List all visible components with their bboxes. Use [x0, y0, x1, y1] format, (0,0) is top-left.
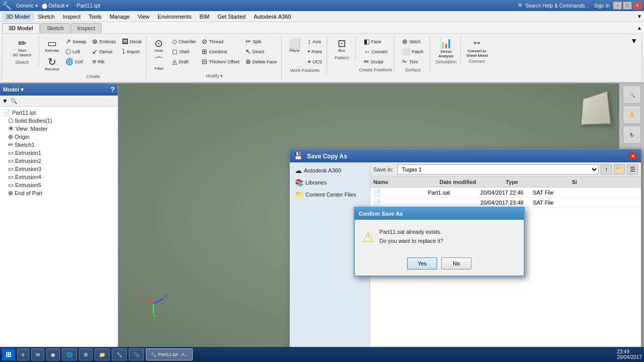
taskbar-tools[interactable]: 🔧: [112, 348, 127, 360]
tab-sketch[interactable]: Sketch: [40, 23, 70, 33]
menu-sketch[interactable]: Sketch: [34, 13, 59, 21]
confirm-no-btn[interactable]: No: [441, 257, 471, 269]
file-row-0[interactable]: 📄 Part1.sat 20/04/2017 22:46 SAT File: [370, 188, 641, 198]
save-in-select[interactable]: Tugas 1: [397, 164, 599, 174]
btn-ucs[interactable]: ⌖UCS: [305, 57, 325, 67]
pan-icon[interactable]: ✋: [623, 106, 641, 124]
btn-chamfer[interactable]: ◇Chamfer: [170, 37, 199, 46]
btn-sweep[interactable]: ↗Sweep: [63, 37, 89, 46]
tree-item-extrusion3[interactable]: ▭ Extrusion3: [2, 165, 116, 173]
btn-hole[interactable]: ⊙ Hole: [149, 37, 169, 54]
filter-icon[interactable]: ▼: [2, 98, 8, 105]
btn-stitch[interactable]: ⊕Stitch: [399, 37, 426, 46]
menu-bim[interactable]: BIM: [196, 13, 214, 21]
tree-item-view-master[interactable]: 👁 View: Master: [2, 125, 116, 133]
btn-derive[interactable]: ↙Derive: [90, 47, 118, 56]
3d-cube[interactable]: [581, 91, 611, 125]
nav-cube[interactable]: [574, 88, 614, 129]
nav-create-folder-btn[interactable]: 📁: [614, 164, 625, 174]
menu-get-started[interactable]: Get Started: [213, 13, 250, 21]
btn-revolve[interactable]: ↻ Revolve: [42, 55, 62, 73]
search-bar[interactable]: 🔍 Search Help & Commands...: [518, 3, 589, 9]
restore-button[interactable]: □: [623, 2, 632, 10]
tree-item-end-of-part[interactable]: ⊗ End of Part: [2, 189, 116, 197]
btn-import[interactable]: ⤵Import: [119, 47, 144, 56]
btn-sculpt[interactable]: ✏Sculpt: [361, 57, 390, 66]
taskbar-mail[interactable]: ✉: [31, 348, 44, 360]
search-tree-icon[interactable]: 🔍: [10, 98, 18, 105]
zoom-icon[interactable]: 🔍: [623, 85, 641, 104]
dialog-savecopy-close[interactable]: ✕: [629, 152, 637, 159]
taskbar-app1[interactable]: 📎: [129, 348, 144, 360]
btn-extrude[interactable]: ▭ Extrude: [42, 37, 62, 54]
taskbar-firefox[interactable]: 🌐: [62, 348, 77, 360]
tree-item-extrusion5[interactable]: ▭ Extrusion5: [2, 181, 116, 189]
btn-emboss[interactable]: ⊕Emboss: [90, 37, 118, 46]
rotate-icon[interactable]: ↻: [623, 126, 641, 144]
btn-trim[interactable]: ✁Trim: [399, 57, 426, 66]
btn-split[interactable]: ✂Split: [243, 37, 280, 46]
taskbar-ie[interactable]: e: [17, 348, 29, 360]
btn-fillet[interactable]: ⌒ Fillet: [149, 55, 169, 72]
nav-views-btn[interactable]: ☰: [627, 164, 638, 174]
menu-tools[interactable]: Tools: [85, 13, 106, 21]
btn-rib[interactable]: ≡Rib: [90, 57, 118, 66]
tab-inspect[interactable]: Inspect: [71, 23, 102, 33]
btn-delete-face[interactable]: ⊗Delete Face: [243, 57, 280, 66]
start-button[interactable]: ⊞: [2, 348, 15, 360]
close-button[interactable]: ✕: [633, 2, 642, 10]
nav-up-btn[interactable]: ↑: [601, 164, 612, 174]
ribbon-expand-btn[interactable]: ▼: [629, 36, 638, 46]
taskbar-chrome[interactable]: ◉: [46, 348, 60, 360]
minimize-button[interactable]: −: [613, 2, 622, 10]
btn-point[interactable]: •Point: [305, 47, 325, 56]
menu-environments[interactable]: Environments: [153, 13, 195, 21]
dialog-nav-autodesk360[interactable]: ☁ Autodesk A360: [292, 164, 368, 176]
btn-direct[interactable]: ↖Direct: [243, 47, 280, 56]
btn-patch[interactable]: ⬜Patch: [399, 47, 426, 56]
btn-thicken[interactable]: ⊟Thicken/ Offset: [199, 57, 242, 66]
taskbar-folder[interactable]: 📁: [95, 348, 110, 360]
viewport[interactable]: Z X Y 🔍 ✋ ↻ ⚙ 💾 Save Copy As ✕: [118, 83, 644, 350]
profile-selector[interactable]: Generic ▾: [16, 3, 38, 9]
btn-draft[interactable]: ◬Draft: [170, 57, 199, 66]
menu-view[interactable]: View: [134, 13, 154, 21]
taskbar-inventor[interactable]: 🔧Part11.ipt - A...: [146, 348, 193, 360]
title-bar-left: 🔧 Generic ▾ ⬤ Default ▾ Part11.ipt: [2, 1, 518, 11]
user-signin[interactable]: Sign In: [594, 3, 610, 9]
menu-3d-model[interactable]: 3D Model: [2, 13, 34, 21]
dialog-nav-libraries[interactable]: 📚 Libraries: [292, 176, 368, 189]
title-bar-right: 🔍 Search Help & Commands... Sign In − □ …: [518, 2, 642, 10]
group-simulation: 📊 StressAnalysis Simulation: [431, 36, 461, 65]
btn-face[interactable]: ◧Face: [361, 37, 390, 46]
btn-thread[interactable]: ⊘Thread: [199, 37, 242, 46]
panel-help-icon[interactable]: ?: [110, 85, 115, 94]
btn-convert[interactable]: ↔Convert: [361, 47, 390, 56]
btn-coil[interactable]: 🌀Coil: [63, 57, 89, 66]
btn-decal[interactable]: 🖼Decal: [119, 37, 144, 46]
tree-item-solid-bodies[interactable]: ⬡ Solid Bodies(1): [2, 117, 116, 125]
btn-loft[interactable]: ⬡Loft: [63, 47, 89, 56]
tree-item-extrusion4[interactable]: ▭ Extrusion4: [2, 173, 116, 181]
tree-item-part11[interactable]: 📄 Part11.ipt: [2, 109, 116, 117]
dialog-confirm: Confirm Save As ⚠ Part11.sat already exi…: [354, 207, 525, 277]
file-row-1[interactable]: 📄 20/04/2017 23:48 SAT File: [370, 198, 641, 208]
btn-box[interactable]: ⊡ Box: [332, 37, 351, 54]
taskbar-settings[interactable]: ⚙: [79, 348, 93, 360]
tree-item-origin[interactable]: ⊕ Origin: [2, 133, 116, 141]
menu-a360[interactable]: Autodesk A360: [250, 13, 295, 21]
stress-icon: 📊: [440, 37, 452, 49]
btn-plane[interactable]: ⬜ Plane: [285, 37, 304, 67]
dialog-nav-content-center[interactable]: 📁 Content Center Files: [292, 189, 368, 201]
btn-start-2d-sketch[interactable]: ✏ Start2D Sketch: [10, 37, 35, 59]
btn-shell[interactable]: ◻Shell: [170, 47, 199, 56]
tree-item-extrusion1[interactable]: ▭ Extrusion1: [2, 149, 116, 157]
tree-item-extrusion2[interactable]: ▭ Extrusion2: [2, 157, 116, 165]
tab-3d-model[interactable]: 3D Model: [2, 23, 40, 33]
tree-item-sketch1[interactable]: ✏ Sketch1: [2, 141, 116, 149]
btn-combine[interactable]: ⊞Combine: [199, 47, 242, 56]
btn-axis[interactable]: ↕Axis: [305, 37, 325, 46]
menu-inspect[interactable]: Inspect: [59, 13, 85, 21]
confirm-yes-btn[interactable]: Yes: [407, 257, 437, 269]
menu-manage[interactable]: Manage: [106, 13, 134, 21]
